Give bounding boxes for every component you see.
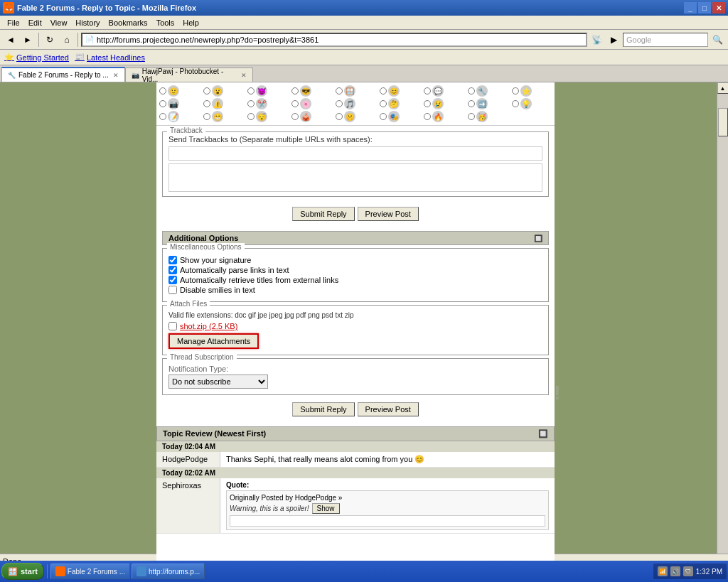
address-text: http://forums.projectego.net/newreply.ph… — [97, 36, 318, 44]
bookmark-icon-2: 📰 — [75, 53, 85, 62]
emoji-radio[interactable] — [424, 87, 431, 95]
emoji-radio[interactable] — [380, 100, 387, 107]
submit-reply-button-bottom[interactable]: Submit Reply — [292, 402, 354, 416]
menu-tools[interactable]: Tools — [152, 17, 179, 28]
topic-review-collapse[interactable]: 🔲 — [538, 429, 548, 438]
rss-button[interactable]: 📡 — [589, 32, 604, 48]
content-area: Protect more of your memories for less! … — [0, 82, 728, 568]
emoji-radio[interactable] — [203, 87, 210, 95]
window-controls: _ □ ✕ — [684, 2, 725, 14]
emoji-item: 📝 — [159, 111, 202, 122]
notification-label: Notification Type: — [168, 365, 542, 373]
emoji-radio[interactable] — [159, 113, 166, 120]
emoji-radio[interactable] — [336, 100, 343, 107]
back-button[interactable]: ◄ — [3, 32, 18, 48]
main-layout: Protect more of your memories for less! … — [0, 82, 728, 568]
checkbox-parselinks-input[interactable] — [168, 266, 177, 274]
preview-post-button-top[interactable]: Preview Post — [358, 207, 419, 221]
emoji-radio[interactable] — [247, 100, 255, 107]
tab-close-1[interactable]: ✕ — [113, 72, 119, 79]
emoji-icon: 🔥 — [432, 111, 444, 122]
taskbar-separator — [47, 564, 48, 578]
emoji-radio[interactable] — [468, 113, 475, 120]
submit-reply-button-top[interactable]: Submit Reply — [292, 207, 354, 221]
emoji-radio[interactable] — [247, 87, 255, 95]
menu-view[interactable]: View — [46, 17, 72, 28]
notification-select[interactable]: Do not subscribe Instant email notificat… — [168, 374, 268, 389]
emoji-radio[interactable] — [336, 113, 343, 120]
maximize-button[interactable]: □ — [698, 2, 711, 14]
forward-button[interactable]: ► — [20, 32, 36, 48]
emoji-item: 😁 — [203, 111, 246, 122]
emoji-radio[interactable] — [291, 87, 299, 95]
show-spoiler-button[interactable]: Show — [312, 503, 340, 514]
emoji-radio[interactable] — [203, 113, 210, 120]
emoji-radio[interactable] — [380, 113, 387, 120]
emoji-icon: 🪟 — [344, 85, 355, 97]
emoji-section: 🙂 😮 😈 😎 🪟 😊 💬 🔧 ⭐ 📷 ⚠️ — [156, 82, 555, 126]
emoji-radio[interactable] — [468, 100, 475, 107]
emoji-radio[interactable] — [203, 100, 210, 107]
emoji-radio[interactable] — [424, 113, 431, 120]
attachment-link[interactable]: shot.zip (2.5 KB) — [180, 322, 237, 330]
taskbar-item-1[interactable]: Fable 2 Forums ... — [50, 564, 130, 579]
minimize-button[interactable]: _ — [684, 2, 697, 14]
emoji-radio[interactable] — [291, 113, 299, 120]
taskbar-item-2[interactable]: http://forums.p... — [132, 564, 205, 579]
manage-attachments-button[interactable]: Manage Attachments — [168, 333, 259, 349]
emoji-radio[interactable] — [380, 87, 387, 95]
toolbar-separator-2 — [77, 33, 78, 47]
close-button[interactable]: ✕ — [712, 2, 725, 14]
post-author-1: HodgePodge — [156, 452, 220, 467]
trackback-legend: Trackback — [167, 126, 205, 134]
tab-fable2forums[interactable]: 🔧 Fable 2 Forums - Reply to ... ✕ — [1, 67, 125, 82]
start-button[interactable]: 🪟 start — [1, 563, 44, 580]
menu-history[interactable]: History — [71, 17, 104, 28]
spoiler-input[interactable] — [230, 515, 545, 527]
emoji-radio[interactable] — [247, 113, 255, 120]
play-button[interactable]: ▶ — [606, 32, 621, 48]
preview-post-button-bottom[interactable]: Preview Post — [358, 402, 419, 416]
trackback-textarea[interactable] — [168, 163, 542, 192]
bookmark-getting-started[interactable]: ⭐ Getting Started — [4, 53, 69, 62]
home-button[interactable]: ⌂ — [59, 32, 75, 48]
taskbar-right: 📶 🔊 🛡 1:32 PM — [653, 564, 727, 579]
menu-edit[interactable]: Edit — [24, 17, 46, 28]
search-go-button[interactable]: 🔍 — [710, 32, 725, 48]
address-bar[interactable]: 📄 http://forums.projectego.net/newreply.… — [81, 33, 587, 47]
attachment-checkbox[interactable] — [168, 322, 177, 330]
emoji-icon: 😴 — [256, 111, 267, 122]
emoji-item: 😢 — [424, 98, 466, 109]
emoji-radio[interactable] — [159, 100, 166, 107]
timestamp-2: Today 02:02 AM — [156, 468, 555, 478]
emoji-radio[interactable] — [512, 87, 519, 95]
tab-close-2[interactable]: ✕ — [241, 72, 247, 79]
vertical-scrollbar[interactable]: ▲ ▼ — [717, 82, 728, 568]
topic-review-section: Topic Review (Newest First) 🔲 Today 02:0… — [156, 426, 555, 534]
trackback-url-input[interactable] — [168, 146, 542, 161]
checkbox-disablesmilies-input[interactable] — [168, 286, 177, 294]
bookmark-latest-headlines[interactable]: 📰 Latest Headlines — [75, 53, 145, 62]
emoji-radio[interactable] — [336, 87, 343, 95]
emoji-radio[interactable] — [468, 87, 475, 95]
scroll-track[interactable] — [717, 94, 728, 556]
checkbox-retrievetitles-input[interactable] — [168, 276, 177, 284]
scroll-thumb[interactable] — [718, 108, 728, 136]
window-title: Fable 2 Forums - Reply to Topic - Mozill… — [17, 4, 196, 12]
emoji-icon: ➡️ — [476, 98, 488, 109]
emoji-radio[interactable] — [512, 100, 519, 107]
checkbox-signature-input[interactable] — [168, 256, 177, 264]
menu-help[interactable]: Help — [178, 17, 203, 28]
collapse-button[interactable]: 🔲 — [534, 235, 542, 242]
emoji-radio[interactable] — [291, 100, 299, 107]
menu-bookmarks[interactable]: Bookmarks — [105, 17, 152, 28]
refresh-button[interactable]: ↻ — [42, 32, 58, 48]
emoji-radio[interactable] — [424, 100, 431, 107]
emoji-radio[interactable] — [159, 87, 166, 95]
scroll-up-arrow[interactable]: ▲ — [717, 82, 729, 94]
menu-file[interactable]: File — [3, 17, 24, 28]
tab-photobucket[interactable]: 📷 HawjPawj - Photobucket - Vid... ✕ — [125, 68, 253, 82]
search-box[interactable]: Google — [623, 33, 708, 47]
misc-legend: Miscellaneous Options — [167, 243, 245, 251]
emoji-icon: 💡 — [520, 98, 532, 109]
